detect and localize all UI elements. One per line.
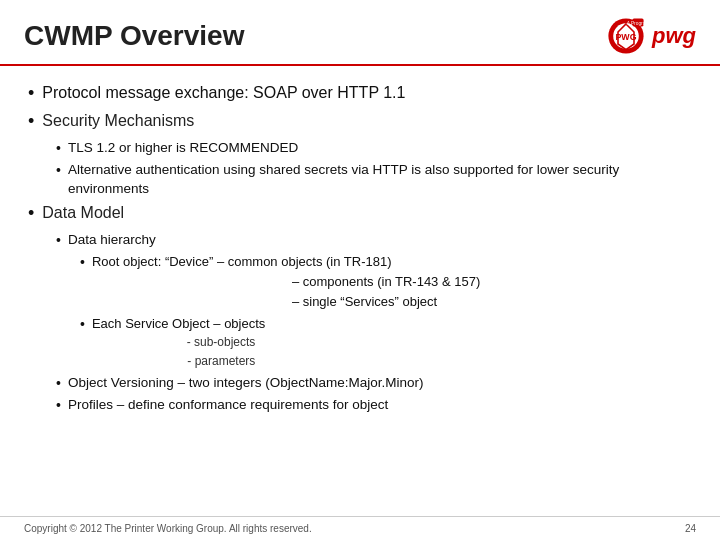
bullet-security-text: Security Mechanisms	[42, 110, 194, 132]
bullet-marker-1: •	[28, 83, 34, 104]
bullet-root: • Root object: “Device” – common objects…	[80, 253, 692, 313]
each-service-text: Each Service Object – objects	[92, 316, 265, 331]
bullet-marker-3: •	[28, 203, 34, 224]
bullet-marker-prof: •	[56, 397, 61, 413]
bullet-marker-dh: •	[56, 232, 61, 248]
sub-objects-area: - sub-objects - parameters	[92, 333, 265, 371]
bullet-data-hierarchy: • Data hierarchy	[56, 231, 692, 250]
bullet-soap: • Protocol message exchange: SOAP over H…	[28, 82, 692, 104]
copyright-text: Copyright © 2012 The Printer Working Gro…	[24, 523, 312, 534]
page-title: CWMP Overview	[24, 20, 244, 52]
content-area: • Protocol message exchange: SOAP over H…	[0, 66, 720, 422]
components-text: – components (in TR-143 & 157)	[292, 272, 480, 292]
bullet-root-content: Root object: “Device” – common objects (…	[92, 253, 480, 313]
page-number: 24	[685, 523, 696, 534]
bullet-marker-each: •	[80, 316, 85, 332]
pwg-logo-text: pwg	[652, 23, 696, 49]
bullet-profiles: • Profiles – define conformance requirem…	[56, 396, 692, 415]
bullet-auth-text: Alternative authentication using shared …	[68, 161, 692, 199]
sub-parameters-text: - parameters	[187, 354, 255, 368]
bullet-tls: • TLS 1.2 or higher is RECOMMENDED	[56, 139, 692, 158]
bullet-marker-root: •	[80, 254, 85, 270]
bullet-data-hierarchy-text: Data hierarchy	[68, 231, 156, 250]
indent-components: – components (in TR-143 & 157) – single …	[292, 272, 480, 312]
bullet-each-service: • Each Service Object – objects - sub-ob…	[80, 315, 692, 372]
header: CWMP Overview PWG A Program pwg	[0, 0, 720, 66]
bullet-marker-auth: •	[56, 162, 61, 178]
bullet-profiles-text: Profiles – define conformance requiremen…	[68, 396, 388, 415]
pwg-emblem-icon: PWG A Program	[606, 16, 646, 56]
logo-area: PWG A Program pwg	[606, 16, 696, 56]
bullet-auth: • Alternative authentication using share…	[56, 161, 692, 199]
bullet-security: • Security Mechanisms	[28, 110, 692, 132]
bullet-root-text: Root object: “Device” – common objects (…	[92, 254, 392, 269]
single-text: – single “Services” object	[292, 292, 480, 312]
bullet-datamodel-text: Data Model	[42, 202, 124, 224]
bullet-marker-tls: •	[56, 140, 61, 156]
svg-text:A Program: A Program	[627, 21, 646, 26]
footer: Copyright © 2012 The Printer Working Gro…	[0, 516, 720, 540]
slide: CWMP Overview PWG A Program pwg • Protoc…	[0, 0, 720, 540]
each-service-content: Each Service Object – objects - sub-obje…	[92, 315, 265, 372]
bullet-marker-ver: •	[56, 375, 61, 391]
bullet-marker-2: •	[28, 111, 34, 132]
bullet-soap-text: Protocol message exchange: SOAP over HTT…	[42, 82, 405, 104]
bullet-versioning: • Object Versioning – two integers (Obje…	[56, 374, 692, 393]
bullet-tls-text: TLS 1.2 or higher is RECOMMENDED	[68, 139, 298, 158]
sub-objects-text: - sub-objects	[187, 335, 256, 349]
svg-text:PWG: PWG	[615, 32, 636, 42]
bullet-versioning-text: Object Versioning – two integers (Object…	[68, 374, 424, 393]
bullet-datamodel: • Data Model	[28, 202, 692, 224]
